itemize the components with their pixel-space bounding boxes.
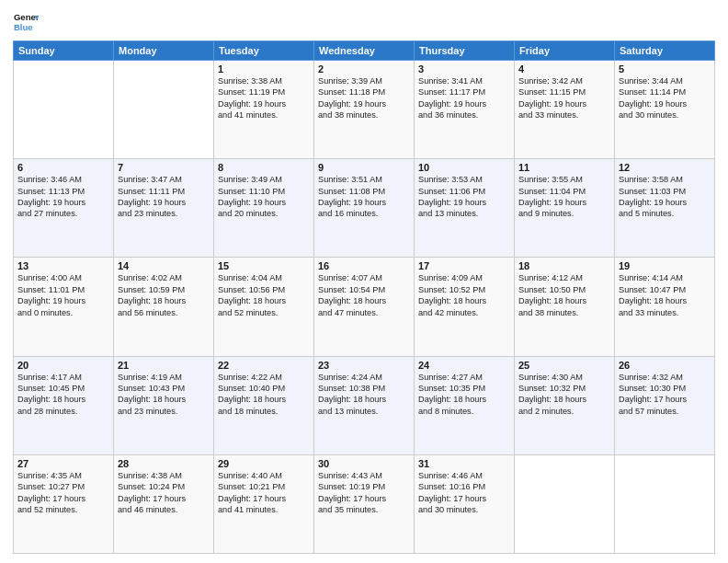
cell-daylight-info: Sunrise: 3:47 AM Sunset: 11:11 PM Daylig… [118,174,210,220]
calendar-cell: 3Sunrise: 3:41 AM Sunset: 11:17 PM Dayli… [415,61,515,159]
cell-daylight-info: Sunrise: 3:46 AM Sunset: 11:13 PM Daylig… [17,174,109,220]
cell-daylight-info: Sunrise: 4:40 AM Sunset: 10:21 PM Daylig… [218,470,310,516]
cell-daylight-info: Sunrise: 4:02 AM Sunset: 10:59 PM Daylig… [118,272,210,318]
cell-daylight-info: Sunrise: 3:53 AM Sunset: 11:06 PM Daylig… [418,174,510,220]
weekday-header-row: SundayMondayTuesdayWednesdayThursdayFrid… [14,41,715,61]
calendar-cell: 11Sunrise: 3:55 AM Sunset: 11:04 PM Dayl… [515,159,615,258]
weekday-header-saturday: Saturday [615,41,715,61]
calendar-cell: 19Sunrise: 4:14 AM Sunset: 10:47 PM Dayl… [615,258,715,356]
calendar-cell: 21Sunrise: 4:19 AM Sunset: 10:43 PM Dayl… [114,356,214,454]
day-number: 11 [518,162,610,173]
calendar-cell: 2Sunrise: 3:39 AM Sunset: 11:18 PM Dayli… [314,61,415,159]
cell-daylight-info: Sunrise: 4:09 AM Sunset: 10:52 PM Daylig… [418,272,510,318]
cell-daylight-info: Sunrise: 4:14 AM Sunset: 10:47 PM Daylig… [619,272,711,318]
calendar-cell: 6Sunrise: 3:46 AM Sunset: 11:13 PM Dayli… [14,159,114,258]
calendar-cell: 17Sunrise: 4:09 AM Sunset: 10:52 PM Dayl… [415,258,515,356]
calendar-cell: 14Sunrise: 4:02 AM Sunset: 10:59 PM Dayl… [114,258,214,356]
calendar-cell: 13Sunrise: 4:00 AM Sunset: 11:01 PM Dayl… [14,258,114,356]
calendar-week-4: 20Sunrise: 4:17 AM Sunset: 10:45 PM Dayl… [14,356,715,454]
cell-daylight-info: Sunrise: 4:43 AM Sunset: 10:19 PM Daylig… [318,470,410,516]
calendar-cell: 5Sunrise: 3:44 AM Sunset: 11:14 PM Dayli… [615,61,715,159]
calendar-cell: 22Sunrise: 4:22 AM Sunset: 10:40 PM Dayl… [214,356,314,454]
weekday-header-sunday: Sunday [14,41,114,61]
day-number: 12 [619,162,711,173]
day-number: 8 [218,162,310,173]
calendar-cell: 10Sunrise: 3:53 AM Sunset: 11:06 PM Dayl… [415,159,515,258]
day-number: 3 [418,63,510,75]
day-number: 26 [619,360,711,371]
weekday-header-friday: Friday [515,41,615,61]
cell-daylight-info: Sunrise: 4:07 AM Sunset: 10:54 PM Daylig… [318,272,410,318]
day-number: 14 [118,260,210,271]
svg-text:General: General [14,12,39,22]
day-number: 30 [318,458,410,469]
calendar-cell: 15Sunrise: 4:04 AM Sunset: 10:56 PM Dayl… [214,258,314,356]
cell-daylight-info: Sunrise: 4:12 AM Sunset: 10:50 PM Daylig… [518,272,610,318]
calendar-cell: 27Sunrise: 4:35 AM Sunset: 10:27 PM Dayl… [14,454,114,553]
cell-daylight-info: Sunrise: 4:35 AM Sunset: 10:27 PM Daylig… [17,470,109,516]
calendar-cell: 16Sunrise: 4:07 AM Sunset: 10:54 PM Dayl… [314,258,415,356]
cell-daylight-info: Sunrise: 3:55 AM Sunset: 11:04 PM Daylig… [518,174,610,220]
calendar-table: SundayMondayTuesdayWednesdayThursdayFrid… [13,40,715,554]
cell-daylight-info: Sunrise: 3:49 AM Sunset: 11:10 PM Daylig… [218,174,310,220]
cell-daylight-info: Sunrise: 3:39 AM Sunset: 11:18 PM Daylig… [318,75,410,121]
day-number: 22 [218,360,310,371]
day-number: 27 [17,458,109,469]
calendar-cell: 25Sunrise: 4:30 AM Sunset: 10:32 PM Dayl… [515,356,615,454]
calendar-cell: 18Sunrise: 4:12 AM Sunset: 10:50 PM Dayl… [515,258,615,356]
calendar-cell: 9Sunrise: 3:51 AM Sunset: 11:08 PM Dayli… [314,159,415,258]
calendar-week-1: 1Sunrise: 3:38 AM Sunset: 11:19 PM Dayli… [14,61,715,159]
calendar-week-2: 6Sunrise: 3:46 AM Sunset: 11:13 PM Dayli… [14,159,715,258]
cell-daylight-info: Sunrise: 4:19 AM Sunset: 10:43 PM Daylig… [118,372,210,418]
day-number: 13 [17,260,109,271]
calendar-cell: 31Sunrise: 4:46 AM Sunset: 10:16 PM Dayl… [415,454,515,553]
day-number: 10 [418,162,510,173]
day-number: 4 [518,63,610,75]
cell-daylight-info: Sunrise: 3:42 AM Sunset: 11:15 PM Daylig… [518,75,610,121]
calendar-cell: 12Sunrise: 3:58 AM Sunset: 11:03 PM Dayl… [615,159,715,258]
day-number: 20 [17,360,109,371]
calendar-cell: 8Sunrise: 3:49 AM Sunset: 11:10 PM Dayli… [214,159,314,258]
cell-daylight-info: Sunrise: 4:46 AM Sunset: 10:16 PM Daylig… [418,470,510,516]
cell-daylight-info: Sunrise: 4:38 AM Sunset: 10:24 PM Daylig… [118,470,210,516]
day-number: 9 [318,162,410,173]
day-number: 28 [118,458,210,469]
day-number: 21 [118,360,210,371]
cell-daylight-info: Sunrise: 3:51 AM Sunset: 11:08 PM Daylig… [318,174,410,220]
day-number: 5 [619,63,711,75]
cell-daylight-info: Sunrise: 3:44 AM Sunset: 11:14 PM Daylig… [619,75,711,121]
calendar-cell: 24Sunrise: 4:27 AM Sunset: 10:35 PM Dayl… [415,356,515,454]
day-number: 25 [518,360,610,371]
day-number: 2 [318,63,410,75]
day-number: 18 [518,260,610,271]
calendar-cell: 23Sunrise: 4:24 AM Sunset: 10:38 PM Dayl… [314,356,415,454]
calendar-cell: 20Sunrise: 4:17 AM Sunset: 10:45 PM Dayl… [14,356,114,454]
weekday-header-tuesday: Tuesday [214,41,314,61]
day-number: 31 [418,458,510,469]
weekday-header-thursday: Thursday [415,41,515,61]
day-number: 6 [17,162,109,173]
logo: General Blue [13,9,39,35]
calendar-cell [615,454,715,553]
calendar-week-5: 27Sunrise: 4:35 AM Sunset: 10:27 PM Dayl… [14,454,715,553]
calendar-cell: 28Sunrise: 4:38 AM Sunset: 10:24 PM Dayl… [114,454,214,553]
day-number: 15 [218,260,310,271]
calendar-cell: 7Sunrise: 3:47 AM Sunset: 11:11 PM Dayli… [114,159,214,258]
cell-daylight-info: Sunrise: 4:22 AM Sunset: 10:40 PM Daylig… [218,372,310,418]
cell-daylight-info: Sunrise: 4:04 AM Sunset: 10:56 PM Daylig… [218,272,310,318]
day-number: 19 [619,260,711,271]
day-number: 24 [418,360,510,371]
calendar-week-3: 13Sunrise: 4:00 AM Sunset: 11:01 PM Dayl… [14,258,715,356]
calendar-cell: 26Sunrise: 4:32 AM Sunset: 10:30 PM Dayl… [615,356,715,454]
calendar-cell: 4Sunrise: 3:42 AM Sunset: 11:15 PM Dayli… [515,61,615,159]
cell-daylight-info: Sunrise: 4:24 AM Sunset: 10:38 PM Daylig… [318,372,410,418]
weekday-header-wednesday: Wednesday [314,41,415,61]
day-number: 29 [218,458,310,469]
cell-daylight-info: Sunrise: 4:32 AM Sunset: 10:30 PM Daylig… [619,372,711,418]
weekday-header-monday: Monday [114,41,214,61]
calendar-cell: 1Sunrise: 3:38 AM Sunset: 11:19 PM Dayli… [214,61,314,159]
calendar-cell [114,61,214,159]
calendar-cell [14,61,114,159]
svg-text:Blue: Blue [14,22,33,32]
page-header: General Blue [13,9,715,35]
